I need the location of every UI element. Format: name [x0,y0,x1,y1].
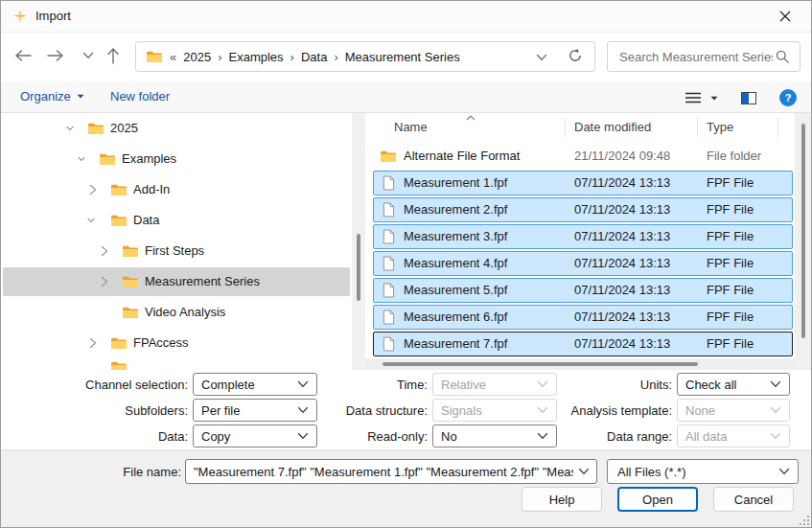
subfolders-label: Subfolders: [39,403,188,418]
sort-ascending-icon [466,115,476,121]
folder-icon [122,244,139,258]
tree-item-add-in[interactable]: Add-In [1,174,365,205]
data-structure-label: Data structure: [279,403,428,418]
search-input[interactable] [617,49,775,65]
preview-pane-icon[interactable] [741,92,756,104]
file-icon [383,256,395,271]
back-arrow-icon [14,49,32,62]
open-button[interactable]: Open [617,487,698,512]
list-horizontal-scrollbar[interactable] [365,358,795,370]
view-mode-icon[interactable] [685,92,701,103]
file-row[interactable]: Measurement 7.fpf 07/11/2024 13:13 FPF F… [365,331,795,357]
combo-value: Signals [441,403,482,418]
up-button[interactable] [101,43,126,68]
file-type-value: All Files (*.*) [617,465,686,479]
help-icon[interactable]: ? [779,89,797,106]
file-name-label: File name: [66,465,181,479]
view-mode-caret-icon[interactable] [710,96,718,101]
search-icon[interactable] [775,49,790,64]
file-icon [383,175,395,191]
back-button[interactable] [11,43,35,68]
breadcrumb-segment-2025[interactable]: 2025 [183,50,211,64]
chevron-down-icon[interactable] [578,468,590,475]
cancel-button[interactable]: Cancel [713,487,794,512]
chevron-down-icon[interactable] [66,123,74,134]
breadcrumb-separator: › [290,50,294,64]
address-dropdown-button[interactable] [536,50,547,64]
file-row[interactable]: Alternate File Format 21/11/2024 09:48 F… [365,143,795,170]
column-header-name[interactable]: Name [394,120,428,134]
recent-locations-button[interactable] [76,43,101,68]
breadcrumb-overflow[interactable]: « [170,50,176,64]
file-type-select[interactable]: All Files (*.*) [607,459,799,484]
forward-button[interactable] [43,43,68,68]
time-label: Time: [279,378,428,392]
scrollbar-thumb[interactable] [801,124,805,338]
file-type: FPF File [707,336,754,351]
chevron-right-icon[interactable] [89,337,97,349]
chevron-right-icon[interactable] [89,184,97,195]
folder-icon [122,275,139,288]
file-row[interactable]: Measurement 1.fpf 07/11/2024 13:13 FPF F… [365,170,795,196]
breadcrumb-segment-examples[interactable]: Examples [229,50,284,64]
combo-value: No [441,429,457,444]
file-name: Alternate File Format [404,149,520,163]
file-row[interactable]: Measurement 6.fpf 07/11/2024 13:13 FPF F… [365,304,795,331]
chevron-right-icon[interactable] [101,245,108,257]
folder-tree: 2025 Examples Add-In Data First Steps [1,113,365,370]
chevron-down-icon [778,468,790,475]
chevron-down-icon [82,52,94,59]
combo-value: Check all [685,378,736,392]
file-type: FPF File [707,310,754,324]
file-icon [383,229,395,244]
tree-item-first-steps[interactable]: First Steps [1,236,365,266]
chevron-right-icon[interactable] [101,276,108,287]
units-select[interactable]: Check all [677,373,790,396]
chevron-down-icon[interactable] [87,215,95,226]
tree-item-label: Examples [122,151,176,166]
tree-item-examples[interactable]: Examples [1,144,365,174]
folder-icon [110,183,128,196]
refresh-button[interactable] [568,48,583,66]
help-button[interactable]: Help [522,487,602,512]
tree-item-measurement-series[interactable]: Measurement Series [1,266,365,297]
folder-icon [122,306,139,319]
file-row[interactable]: Measurement 2.fpf 07/11/2024 13:13 FPF F… [365,196,795,223]
scrollbar-thumb[interactable] [357,234,360,301]
chevron-down-icon[interactable] [78,153,85,165]
column-divider[interactable] [777,118,778,137]
file-date: 07/11/2024 13:13 [574,229,670,243]
list-vertical-scrollbar[interactable] [795,113,812,370]
tree-item-label: Video Analysis [145,305,225,319]
file-name-input[interactable] [186,465,575,479]
file-row[interactable]: Measurement 3.fpf 07/11/2024 13:13 FPF F… [365,223,795,250]
tree-item-video-analysis[interactable]: Video Analysis [1,297,365,328]
address-bar[interactable]: « 2025 › Examples › Data › Measurement S… [135,41,595,72]
scrollbar-thumb[interactable] [383,362,698,366]
combo-value: Complete [201,378,255,392]
breadcrumb-segment-measurement-series[interactable]: Measurement Series [345,50,460,64]
column-header-date-modified[interactable]: Date modified [574,120,651,134]
tree-vertical-scrollbar[interactable] [352,113,365,370]
column-divider[interactable] [565,118,566,137]
breadcrumb-segment-data[interactable]: Data [301,50,327,64]
column-divider[interactable] [697,118,698,137]
analysis-template-label: Analysis template: [523,403,672,418]
column-header-type[interactable]: Type [707,120,733,134]
file-type: FPF File [707,256,754,270]
file-row[interactable]: Measurement 5.fpf 07/11/2024 13:13 FPF F… [365,277,795,304]
folder-icon [87,122,104,135]
tree-item-data[interactable]: Data [1,205,365,236]
tree-item-label: Data [133,213,159,227]
folder-icon [380,149,397,163]
tree-item-label: Measurement Series [145,274,260,288]
organize-button[interactable]: Organize [20,89,84,103]
new-folder-button[interactable]: New folder [110,89,170,103]
file-type: File folder [707,149,761,163]
close-button[interactable] [767,3,803,30]
search-box [607,41,800,72]
resize-grip[interactable] [800,516,809,525]
tree-item-2025[interactable]: 2025 [1,113,365,144]
tree-item-fpaccess[interactable]: FPAccess [1,328,365,358]
file-row[interactable]: Measurement 4.fpf 07/11/2024 13:13 FPF F… [365,250,795,277]
